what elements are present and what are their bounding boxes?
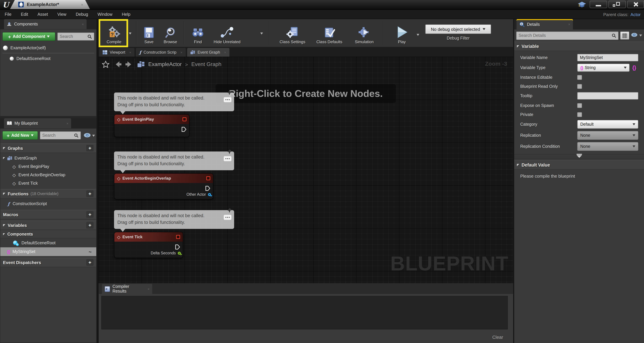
object-pin-icon[interactable]	[208, 193, 211, 196]
replication-dropdown[interactable]: None	[577, 131, 638, 140]
tutorial-cap-icon[interactable]	[578, 1, 586, 10]
details-filter-chevron-icon[interactable]	[639, 34, 642, 36]
breadcrumb-root[interactable]: ExampleActor	[148, 61, 182, 67]
browse-button[interactable]: Browse	[160, 20, 181, 46]
menu-asset[interactable]: Asset	[33, 12, 53, 16]
details-expand-separator[interactable]	[514, 154, 644, 159]
tooltip-input[interactable]	[577, 92, 638, 99]
menu-view[interactable]: View	[53, 12, 71, 16]
tab-construction-script[interactable]: ƒ Construction Scrip ×	[136, 48, 186, 57]
section-event-dispatchers[interactable]: Event Dispatchers +	[0, 258, 96, 267]
section-functions[interactable]: Functions (18 Overridable) +	[0, 189, 96, 198]
pushpin-icon[interactable]	[227, 149, 232, 156]
node-disabled-indicator[interactable]	[176, 235, 180, 239]
compiler-tab-close-icon[interactable]: ×	[143, 287, 150, 291]
expose-on-spawn-checkbox[interactable]	[577, 103, 582, 108]
tab-close-icon[interactable]: ×	[180, 50, 182, 54]
collapse-triangle-icon[interactable]	[3, 157, 5, 159]
private-checkbox[interactable]	[577, 112, 582, 117]
class-settings-button[interactable]: Class Settings	[276, 20, 309, 46]
event-graph-canvas[interactable]: ExampleActor > Event Graph Zoom -3 Right…	[98, 57, 513, 283]
variable-name-input[interactable]	[577, 54, 638, 61]
replication-condition-dropdown[interactable]: None	[577, 142, 638, 151]
nav-forward-icon[interactable]	[125, 61, 132, 68]
tab-details[interactable]: i Details ×	[516, 19, 573, 29]
float-pin-icon[interactable]	[178, 252, 181, 255]
details-visibility-eye-icon[interactable]	[631, 32, 638, 38]
favorite-star-icon[interactable]	[102, 61, 109, 68]
add-variable-button[interactable]: +	[86, 222, 94, 229]
tree-item-var-defaultsceneroot[interactable]: DefaultSceneRoot	[0, 239, 96, 247]
node-event-beginplay[interactable]: ◇ Event BeginPlay	[114, 114, 190, 137]
tree-item-constructionscript[interactable]: ƒ ConstructionScript	[0, 200, 96, 208]
pushpin-icon[interactable]	[227, 90, 232, 97]
eye-filter-chevron-icon[interactable]	[92, 135, 95, 137]
variable-type-dropdown[interactable]: { } String	[577, 64, 630, 72]
exec-output-pin[interactable]	[175, 244, 180, 251]
section-graphs[interactable]: Graphs +	[0, 143, 96, 153]
node-disabled-indicator[interactable]	[206, 176, 210, 180]
hide-unrelated-chevron-icon[interactable]	[260, 32, 263, 34]
tab-components[interactable]: Components ×	[4, 19, 86, 29]
node-event-tick[interactable]: ◇ Event Tick Delta Seconds	[114, 232, 183, 258]
section-variable[interactable]: Variable	[514, 41, 644, 51]
details-search[interactable]	[516, 31, 618, 40]
add-event-dispatcher-button[interactable]: +	[86, 259, 94, 266]
add-component-button[interactable]: + Add Component	[2, 32, 55, 41]
compile-options-chevron-icon[interactable]	[129, 32, 132, 34]
play-options-chevron-icon[interactable]	[416, 34, 419, 36]
compiler-clear-button[interactable]: Clear	[492, 335, 503, 340]
asset-tab-close-icon[interactable]: ×	[81, 2, 83, 6]
output-pin-other-actor[interactable]: Other Actor	[186, 192, 211, 196]
node-header[interactable]: ◇ Event ActorBeginOverlap	[114, 174, 213, 183]
tree-item-eventgraph[interactable]: EventGraph	[0, 154, 96, 162]
left-panel-divider[interactable]	[96, 19, 98, 343]
tree-item-event-tick[interactable]: ◇ Event Tick	[0, 179, 96, 187]
container-type-icon[interactable]: { }	[632, 65, 636, 71]
details-tab-close-icon[interactable]: ×	[564, 22, 570, 26]
menu-file[interactable]: File	[0, 12, 16, 16]
node-header[interactable]: ◇ Event Tick	[114, 232, 183, 242]
tab-event-graph[interactable]: Event Graph ×	[187, 48, 230, 57]
section-default-value[interactable]: Default Value	[514, 160, 644, 170]
tab-compiler-results[interactable]: ≥_ Compiler Results ×	[102, 284, 152, 294]
components-tab-close-icon[interactable]: ×	[77, 22, 84, 26]
menu-edit[interactable]: Edit	[16, 12, 33, 16]
menu-debug[interactable]: Debug	[71, 12, 93, 16]
tree-item-var-mystringset[interactable]: { } MyStringSet ~	[0, 247, 96, 256]
instance-editable-checkbox[interactable]	[577, 75, 582, 80]
tab-viewport[interactable]: Viewport ×	[99, 48, 135, 57]
play-button[interactable]: Play	[391, 20, 412, 46]
node-disabled-indicator[interactable]	[182, 117, 186, 121]
tree-item-defaultsceneroot[interactable]: DefaultSceneRoot	[0, 54, 96, 63]
details-search-input[interactable]	[518, 33, 612, 38]
pushpin-icon[interactable]	[227, 208, 232, 215]
tab-close-icon[interactable]: ×	[224, 50, 226, 54]
tab-my-blueprint[interactable]: My Blueprint ×	[4, 118, 71, 128]
add-function-button[interactable]: +	[86, 190, 94, 197]
compile-button[interactable]: ? Compile	[101, 20, 127, 46]
find-button[interactable]: Find	[188, 20, 207, 46]
close-button[interactable]	[627, 1, 644, 8]
tree-item-self[interactable]: ExampleActor(self)	[0, 43, 96, 52]
output-pin-delta-seconds[interactable]: Delta Seconds	[150, 251, 181, 255]
node-header[interactable]: ◇ Event BeginPlay	[114, 115, 189, 124]
components-search[interactable]	[57, 32, 94, 40]
node-event-actorbeginoverlap[interactable]: ◇ Event ActorBeginOverlap Other Actor	[114, 173, 213, 199]
my-blueprint-tab-close-icon[interactable]: ×	[62, 121, 68, 125]
menu-window[interactable]: Window	[93, 12, 117, 16]
my-blueprint-search-input[interactable]	[42, 133, 74, 138]
class-defaults-button[interactable]: Class Defaults	[312, 20, 347, 46]
tab-close-icon[interactable]: ×	[129, 50, 131, 54]
add-new-button[interactable]: + Add New	[2, 131, 38, 140]
breadcrumb-current[interactable]: Event Graph	[191, 61, 222, 67]
compiler-results-log[interactable]	[101, 296, 508, 330]
parent-class-link[interactable]: Actor	[630, 12, 641, 17]
menu-help[interactable]: Help	[117, 12, 135, 16]
save-button[interactable]: Save	[140, 20, 158, 46]
tree-item-event-actorbeginoverlap[interactable]: ◇ Event ActorBeginOverlap	[0, 171, 96, 179]
hide-unrelated-button[interactable]: Hide Unrelated	[209, 20, 245, 46]
exec-output-pin[interactable]	[205, 186, 210, 192]
visibility-eye-icon[interactable]	[84, 133, 91, 139]
maximize-button[interactable]	[608, 1, 626, 8]
